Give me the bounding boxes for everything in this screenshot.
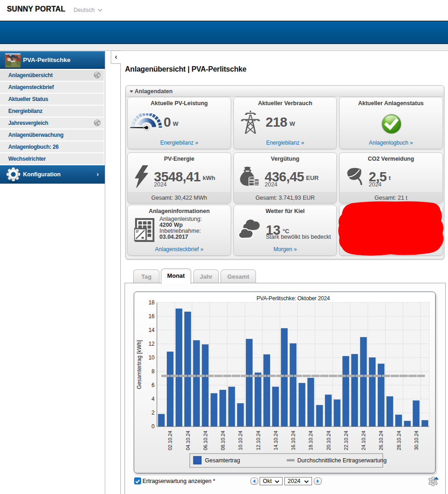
svg-text:22.10.24: 22.10.24	[343, 431, 349, 450]
svg-text:18: 18	[148, 299, 155, 306]
svg-text:Gesamtertrag: Gesamtertrag	[205, 457, 240, 464]
svg-text:Gesamtertrag [kWh]: Gesamtertrag [kWh]	[136, 340, 142, 389]
svg-text:24.10.24: 24.10.24	[361, 431, 366, 450]
svg-text:06.10.24: 06.10.24	[203, 431, 208, 450]
svg-text:18.10.24: 18.10.24	[308, 431, 313, 450]
svg-text:Durchschnittliche Ertragserwar: Durchschnittliche Ertragserwartung	[297, 457, 387, 464]
svg-text:02.10.24: 02.10.24	[167, 431, 173, 450]
svg-text:4: 4	[152, 396, 155, 402]
svg-text:20.10.24: 20.10.24	[326, 431, 331, 450]
svg-text:6: 6	[152, 382, 155, 388]
svg-text:12.10.24: 12.10.24	[255, 431, 261, 450]
svg-text:8: 8	[152, 368, 155, 375]
svg-text:10.10.24: 10.10.24	[238, 431, 243, 450]
svg-text:10: 10	[148, 354, 155, 361]
svg-text:14: 14	[148, 327, 155, 333]
svg-text:14.10.24: 14.10.24	[273, 431, 278, 450]
svg-text:16: 16	[148, 313, 155, 320]
svg-text:08.10.24: 08.10.24	[220, 431, 226, 450]
svg-text:0: 0	[152, 423, 155, 430]
svg-text:26.10.24: 26.10.24	[378, 431, 384, 450]
svg-text:04.10.24: 04.10.24	[185, 431, 191, 450]
svg-text:16.10.24: 16.10.24	[290, 431, 296, 450]
svg-text:28.10.24: 28.10.24	[396, 431, 402, 450]
svg-text:2: 2	[152, 410, 155, 416]
svg-text:12: 12	[148, 341, 155, 347]
svg-text:30.10.24: 30.10.24	[414, 431, 419, 450]
svg-text:PVA-Perlitschke: Oktober 2024: PVA-Perlitschke: Oktober 2024	[256, 295, 330, 302]
